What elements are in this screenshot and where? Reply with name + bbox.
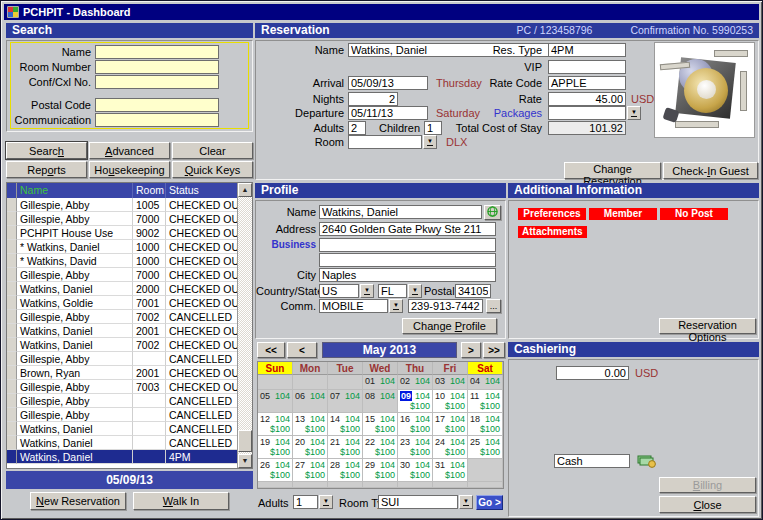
row-selector[interactable] — [7, 324, 17, 338]
packages-label[interactable]: Packages — [446, 106, 542, 120]
change-reservation-button[interactable]: Change Reservation — [564, 162, 661, 179]
calendar-day-29[interactable]: 29104$100 — [363, 459, 398, 482]
business-input[interactable] — [319, 238, 496, 252]
result-row[interactable]: * Watkins, David1000CHECKED OUT — [7, 254, 237, 268]
calendar-last-button[interactable]: >> — [483, 342, 505, 358]
country-dropdown-button[interactable]: ▼ — [360, 284, 374, 298]
calendar-day-16[interactable]: 16104$100 — [398, 413, 433, 436]
result-row[interactable]: Watkins, Goldie7001CHECKED OUT — [7, 296, 237, 310]
comm-type-dropdown-button[interactable]: ▼ — [389, 299, 403, 313]
calendar-day-06[interactable]: 06104 — [293, 390, 328, 413]
res-type-input[interactable] — [548, 43, 626, 57]
calendar-day-21[interactable]: 21104$100 — [328, 436, 363, 459]
room-type-input[interactable] — [378, 495, 458, 509]
scroll-track[interactable] — [238, 197, 252, 454]
row-selector[interactable] — [7, 212, 17, 226]
calendar-day-18[interactable]: 18104$100 — [468, 413, 503, 436]
room-dropdown-button[interactable]: ▼ — [423, 135, 437, 149]
calendar-day-27[interactable]: 27104$100 — [293, 459, 328, 482]
row-selector[interactable] — [7, 282, 17, 296]
comm-type-input[interactable] — [319, 299, 388, 313]
result-row[interactable]: Gillespie, Abby7002CANCELLED — [7, 310, 237, 324]
cal-adults-dropdown-button[interactable]: ▼ — [319, 495, 333, 509]
result-row[interactable]: Watkins, Daniel4PM — [7, 450, 237, 464]
calendar-day-10[interactable]: 10104$100 — [433, 390, 468, 413]
row-selector[interactable] — [7, 394, 17, 408]
result-row[interactable]: Gillespie, Abby7000CHECKED OUT — [7, 212, 237, 226]
result-row[interactable]: Gillespie, AbbyCANCELLED — [7, 408, 237, 422]
result-row[interactable]: Watkins, DanielCANCELLED — [7, 436, 237, 450]
postal-input[interactable] — [455, 284, 491, 298]
packages-input[interactable] — [548, 106, 626, 120]
calendar-day-08[interactable]: 08104 — [363, 390, 398, 413]
row-selector[interactable] — [7, 226, 17, 240]
result-row[interactable]: Watkins, Daniel2001CHECKED OUT — [7, 324, 237, 338]
badge-member[interactable]: Member — [589, 208, 657, 220]
calendar-day-15[interactable]: 15104$100 — [363, 413, 398, 436]
calendar-day-02[interactable]: 02104 — [398, 375, 433, 390]
close-button[interactable]: Close — [659, 496, 756, 513]
row-selector[interactable] — [7, 338, 17, 352]
state-input[interactable] — [378, 284, 407, 298]
result-row[interactable]: Brown, Ryan2001CHECKED OUT — [7, 366, 237, 380]
cal-adults-input[interactable] — [293, 495, 318, 509]
badge-preferences[interactable]: Preferences — [518, 208, 586, 220]
row-selector[interactable] — [7, 422, 17, 436]
calendar-day-28[interactable]: 28104$100 — [328, 459, 363, 482]
result-row[interactable]: * Watkins, Daniel1000CHECKED OUT — [7, 240, 237, 254]
column-header-room[interactable]: Room — [133, 183, 166, 198]
packages-dropdown-button[interactable]: ▼ — [627, 106, 641, 120]
row-selector[interactable] — [7, 450, 17, 464]
calendar-day-13[interactable]: 13104$100 — [293, 413, 328, 436]
calendar-day-20[interactable]: 20104$100 — [293, 436, 328, 459]
room-input[interactable] — [348, 135, 422, 149]
rate-code-input[interactable] — [548, 76, 626, 90]
calendar-day-22[interactable]: 22104$100 — [363, 436, 398, 459]
results-scrollbar[interactable]: ▲ ▼ — [237, 183, 252, 468]
result-row[interactable]: Gillespie, Abby7000CHECKED OUT — [7, 268, 237, 282]
search-conf-cxl-input[interactable] — [95, 75, 219, 89]
calendar-day-23[interactable]: 23104$100 — [398, 436, 433, 459]
calendar-prev-button[interactable]: < — [287, 342, 317, 358]
comm-value-input[interactable] — [408, 299, 483, 313]
billing-button[interactable]: Billing — [659, 477, 756, 493]
calendar-day-11[interactable]: 11104$100 — [468, 390, 503, 413]
calendar-day-24[interactable]: 24104$100 — [433, 436, 468, 459]
row-selector[interactable] — [7, 254, 17, 268]
row-selector[interactable] — [7, 296, 17, 310]
check-in-guest-button[interactable]: Check-In Guest — [663, 162, 758, 179]
search-quick-keys-button[interactable]: Quick Keys — [172, 161, 253, 178]
search-search-button[interactable]: Search — [6, 142, 87, 159]
calendar-day-03[interactable]: 03104 — [433, 375, 468, 390]
search-communication-input[interactable] — [95, 113, 219, 127]
column-header-status[interactable]: Status — [166, 183, 237, 198]
row-selector[interactable] — [7, 240, 17, 254]
calendar-day-09[interactable]: 09104$100 — [398, 390, 433, 413]
search-postal-code-input[interactable] — [95, 98, 219, 112]
new-reservation-button[interactable]: New Reservation — [30, 492, 126, 510]
row-selector[interactable] — [7, 436, 17, 450]
vip-input[interactable] — [548, 60, 626, 74]
result-row[interactable]: Watkins, DanielCANCELLED — [7, 422, 237, 436]
calendar-next-button[interactable]: > — [461, 342, 481, 358]
row-selector[interactable] — [7, 366, 17, 380]
scroll-up-button[interactable]: ▲ — [238, 183, 252, 197]
calendar-day-19[interactable]: 19104$100 — [258, 436, 293, 459]
calendar-day-14[interactable]: 14104$100 — [328, 413, 363, 436]
search-housekeeping-button[interactable]: Housekeeping — [89, 161, 170, 178]
calendar-day-01[interactable]: 01104 — [363, 375, 398, 390]
calendar-day-25[interactable]: 25104$100 — [468, 436, 503, 459]
result-row[interactable]: Gillespie, AbbyCANCELLED — [7, 352, 237, 366]
row-selector[interactable] — [7, 268, 17, 282]
calendar-day-26[interactable]: 26104$100 — [258, 459, 293, 482]
row-selector[interactable] — [7, 408, 17, 422]
globe-icon[interactable] — [484, 205, 501, 220]
column-header-name[interactable]: Name — [17, 183, 133, 198]
profile-name-input[interactable] — [319, 205, 482, 219]
payment-input[interactable] — [554, 454, 630, 468]
result-row[interactable]: Watkins, Daniel2000CHECKED OUT — [7, 282, 237, 296]
calendar-day-07[interactable]: 07104 — [328, 390, 363, 413]
rate-input[interactable] — [548, 92, 626, 106]
city-input[interactable] — [319, 268, 496, 282]
state-dropdown-button[interactable]: ▼ — [408, 284, 422, 298]
